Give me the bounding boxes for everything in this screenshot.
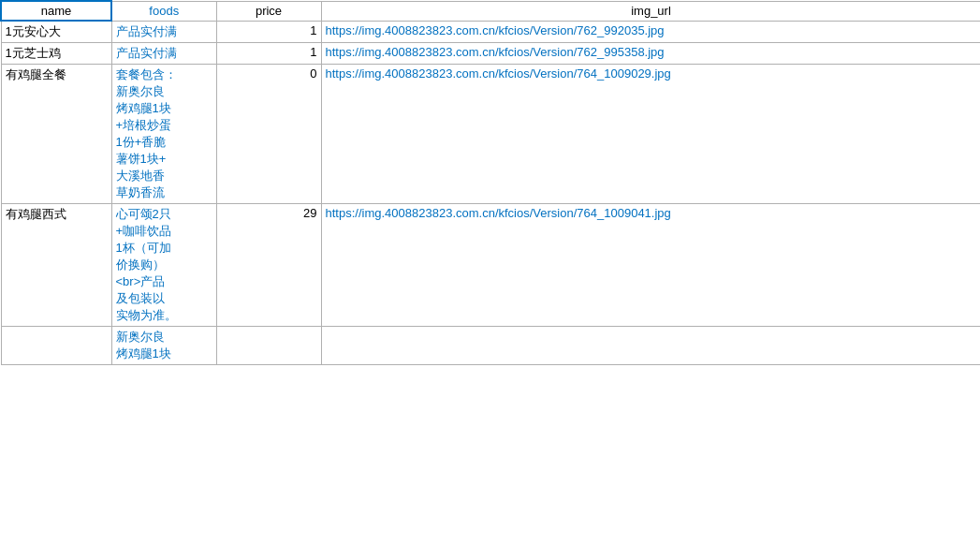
table-row: 新奥尔良 烤鸡腿1块	[1, 327, 980, 365]
cell-price[interactable]: 29	[216, 204, 321, 327]
data-table: name foods price img_url 1元安心大产品实付满1http…	[0, 0, 980, 365]
cell-foods[interactable]: 套餐包含： 新奥尔良 烤鸡腿1块 +培根炒蛋 1份+香脆 薯饼1块+ 大溪地香 …	[111, 65, 216, 204]
cell-foods[interactable]: 产品实付满	[111, 43, 216, 65]
table-row: 1元安心大产品实付满1https://img.4008823823.com.cn…	[1, 21, 980, 43]
cell-name[interactable]: 有鸡腿全餐	[1, 65, 111, 204]
col-header-price[interactable]: price	[216, 1, 321, 21]
cell-foods[interactable]: 产品实付满	[111, 21, 216, 43]
cell-imgurl[interactable]: https://img.4008823823.com.cn/kfcios/Ver…	[321, 43, 980, 65]
cell-name[interactable]: 1元芝士鸡	[1, 43, 111, 65]
cell-imgurl[interactable]: https://img.4008823823.com.cn/kfcios/Ver…	[321, 204, 980, 327]
cell-price[interactable]: 0	[216, 65, 321, 204]
cell-foods[interactable]: 新奥尔良 烤鸡腿1块	[111, 327, 216, 365]
col-header-imgurl[interactable]: img_url	[321, 1, 980, 21]
cell-price[interactable]: 1	[216, 43, 321, 65]
cell-name[interactable]: 有鸡腿西式	[1, 204, 111, 327]
header-row: name foods price img_url	[1, 1, 980, 21]
spreadsheet: name foods price img_url 1元安心大产品实付满1http…	[0, 0, 980, 544]
table-row: 1元芝士鸡产品实付满1https://img.4008823823.com.cn…	[1, 43, 980, 65]
table-row: 有鸡腿西式心可颂2只 +咖啡饮品 1杯（可加 价换购） <br>产品 及包装以 …	[1, 204, 980, 327]
cell-name[interactable]: 1元安心大	[1, 21, 111, 43]
cell-imgurl[interactable]: https://img.4008823823.com.cn/kfcios/Ver…	[321, 65, 980, 204]
table-row: 有鸡腿全餐套餐包含： 新奥尔良 烤鸡腿1块 +培根炒蛋 1份+香脆 薯饼1块+ …	[1, 65, 980, 204]
col-header-foods[interactable]: foods	[111, 1, 216, 21]
cell-imgurl[interactable]	[321, 327, 980, 365]
cell-foods[interactable]: 心可颂2只 +咖啡饮品 1杯（可加 价换购） <br>产品 及包装以 实物为准。	[111, 204, 216, 327]
col-header-name[interactable]: name	[1, 1, 111, 21]
cell-name[interactable]	[1, 327, 111, 365]
cell-price[interactable]: 1	[216, 21, 321, 43]
cell-imgurl[interactable]: https://img.4008823823.com.cn/kfcios/Ver…	[321, 21, 980, 43]
cell-price[interactable]	[216, 327, 321, 365]
